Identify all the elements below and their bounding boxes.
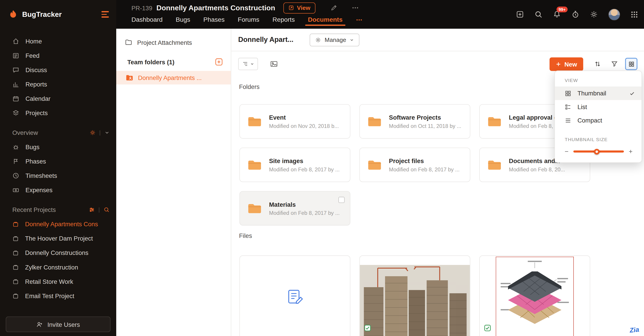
search-icon[interactable] [534, 10, 542, 18]
sidebar-project-hoover-dam[interactable]: The Hoover Dam Project [0, 231, 116, 245]
folder-card-project-files[interactable]: Project filesModified on Feb 8, 2017 by … [360, 148, 470, 182]
image-upload-icon[interactable] [270, 60, 278, 68]
decrease-size-icon[interactable] [564, 149, 569, 154]
chevron-down-icon[interactable] [104, 130, 110, 135]
tab-dashboard[interactable]: Dashboard [132, 16, 163, 26]
app-window: BugTracker Home Feed Discuss Reports [0, 0, 644, 336]
project-attachments-label: Project Attachments [137, 39, 192, 46]
view-option-compact[interactable]: Compact [555, 114, 642, 127]
list-view-icon [565, 104, 571, 110]
sidebar-item-calendar[interactable]: Calendar [0, 91, 116, 106]
filter-sliders-icon[interactable] [89, 206, 95, 213]
project-attachments-item[interactable]: Project Attachments [116, 29, 231, 46]
timer-icon[interactable] [571, 10, 580, 18]
filter-funnel-icon[interactable] [611, 60, 618, 68]
sidebar-item-bugs[interactable]: Bugs [0, 140, 116, 154]
tab-phases[interactable]: Phases [203, 16, 224, 26]
sort-arrows-icon[interactable] [594, 60, 601, 68]
sidebar-project-donnelly-constructions[interactable]: Donnelly Constructions [0, 245, 116, 260]
manage-label: Manage [325, 36, 346, 43]
thumbnail-size-slider [564, 149, 633, 154]
sidebar-item-timesheets[interactable]: Timesheets [0, 168, 116, 183]
caret-down-icon [250, 62, 254, 66]
file-card-document[interactable] [240, 255, 350, 336]
manage-button[interactable]: Manage [310, 33, 359, 46]
slider-track[interactable] [573, 151, 624, 153]
tab-forums[interactable]: Forums [238, 16, 260, 26]
apps-grid-icon[interactable] [630, 10, 638, 18]
sidebar-item-label: The Hoover Dam Project [25, 235, 93, 242]
user-avatar[interactable] [608, 8, 620, 20]
files-section-label: Files [239, 232, 644, 239]
view-option-list[interactable]: List [555, 100, 642, 114]
attachments-folder-icon [125, 38, 132, 46]
file-selected-check-icon[interactable] [484, 325, 491, 331]
add-team-folder-icon[interactable] [215, 58, 222, 66]
layers-icon [12, 110, 19, 117]
team-folders-header: Team folders (1) [127, 58, 222, 66]
folder-select-checkbox[interactable] [338, 197, 344, 203]
view-mode-button[interactable] [625, 58, 638, 70]
chat-icon [12, 67, 19, 73]
folder-card-event[interactable]: EventModified on Nov 20, 2018 b... [240, 104, 350, 139]
folder-card-software-projects[interactable]: Software ProjectsModified on Oct 11, 201… [360, 104, 470, 139]
team-folder-item-donnelly-apartments[interactable]: Donnelly Apartments ... [116, 71, 231, 84]
recent-projects-section-header: Recent Projects | [0, 202, 116, 217]
thumbnail-view-icon [565, 90, 571, 97]
overview-section-header: Overview | [0, 125, 116, 140]
sidebar-item-discuss[interactable]: Discuss [0, 63, 116, 77]
sidebar-item-label: Zylker Construction [25, 264, 78, 271]
sidebar-project-zylker-construction[interactable]: Zylker Construction [0, 260, 116, 274]
view-option-thumbnail[interactable]: Thumbnail [555, 86, 642, 100]
sidebar-item-projects[interactable]: Projects [0, 106, 116, 120]
notifications-bell-icon[interactable]: 99+ [553, 10, 561, 18]
sidebar-item-reports[interactable]: Reports [0, 77, 116, 91]
tab-bugs[interactable]: Bugs [176, 16, 190, 26]
view-button[interactable]: View [284, 2, 315, 13]
add-new-icon[interactable] [516, 10, 524, 18]
hamburger-menu-icon[interactable] [102, 11, 109, 17]
sidebar-item-label: Donnelly Apartments Cons [25, 221, 98, 228]
project-tabs: Dashboard Bugs Phases Forums Reports Doc… [132, 13, 363, 29]
files-grid [240, 255, 644, 336]
file-card-roof-diagram[interactable] [479, 255, 590, 336]
sidebar-item-label: Feed [25, 52, 40, 59]
file-selected-check-icon[interactable] [364, 325, 371, 331]
sidebar-project-email-test-project[interactable]: Email Test Project [0, 289, 116, 303]
file-card-construction-photo[interactable] [360, 255, 470, 336]
toolbar-right-group: New [550, 57, 637, 71]
folder-card-materials[interactable]: MaterialsModified on Feb 8, 2017 by ... [240, 191, 350, 226]
sidebar-item-label: Phases [25, 158, 46, 165]
increase-size-icon[interactable] [628, 149, 634, 154]
zia-assistant-button[interactable]: Zia [629, 326, 640, 334]
folder-icon [487, 115, 502, 127]
new-button[interactable]: New [550, 57, 583, 71]
construction-photo-thumbnail [360, 265, 470, 336]
sidebar-item-expenses[interactable]: Expenses [0, 183, 116, 197]
view-option-label: List [577, 103, 587, 110]
sidebar-item-phases[interactable]: Phases [0, 154, 116, 168]
slider-handle[interactable] [594, 149, 600, 155]
invite-users-button[interactable]: Invite Users [6, 317, 110, 332]
sort-order-dropdown[interactable] [238, 58, 258, 70]
sidebar-item-feed[interactable]: Feed [0, 48, 116, 63]
overview-settings-gear-icon[interactable] [89, 129, 95, 135]
view-menu-title: VIEW [565, 78, 642, 83]
settings-gear-icon[interactable] [590, 10, 598, 18]
tab-documents[interactable]: Documents [308, 16, 342, 26]
sidebar-item-label: Discuss [25, 67, 47, 73]
sidebar-item-label: Projects [25, 110, 48, 117]
sidebar-project-donnelly-apartments[interactable]: Donnelly Apartments Cons [0, 217, 116, 231]
edit-signature-icon[interactable] [330, 4, 338, 11]
sidebar-project-retail-store-work[interactable]: Retail Store Work [0, 274, 116, 289]
sidebar-item-label: Home [25, 38, 42, 45]
tab-reports[interactable]: Reports [272, 16, 294, 26]
tabs-more-icon[interactable] [356, 16, 362, 25]
project-search-icon[interactable] [104, 206, 110, 213]
folder-card-site-images[interactable]: Site imagesModified on Feb 8, 2017 by ..… [240, 148, 350, 182]
folder-icon [487, 159, 502, 171]
more-options-icon[interactable] [352, 4, 359, 11]
sidebar-item-home[interactable]: Home [0, 34, 116, 48]
folder-icon [247, 159, 262, 171]
flag-icon [12, 158, 19, 165]
